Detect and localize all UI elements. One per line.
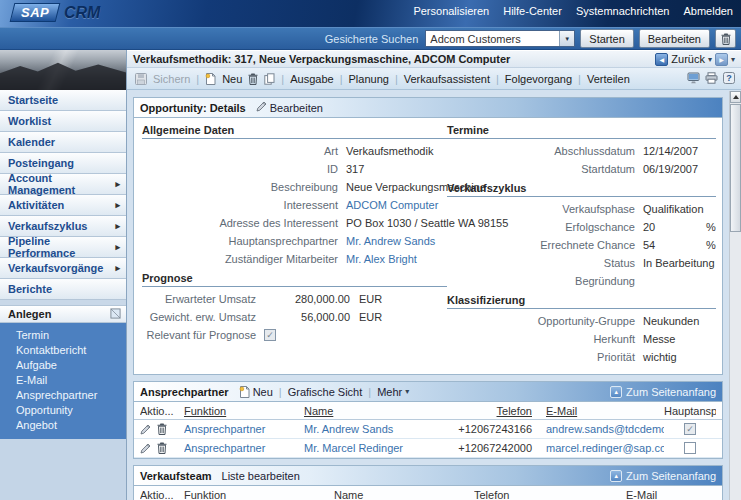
cell-name[interactable]: Mr. Andrew Sands	[304, 423, 454, 435]
toolbar-item-verkaufsassistent[interactable]: Verkaufsassistent	[404, 73, 490, 85]
create-link-angebot[interactable]: Angebot	[16, 419, 126, 431]
field-label: Erwarteter Umsatz	[142, 293, 264, 305]
top-link-abmelden[interactable]: Abmelden	[683, 5, 733, 17]
create-link-ansprechpartner[interactable]: Ansprechpartner	[16, 389, 126, 401]
column-header-telefon[interactable]: Telefon	[454, 405, 538, 417]
start-search-button[interactable]: Starten	[580, 29, 633, 48]
display-icon[interactable]	[687, 72, 700, 84]
sidebar-item-verkaufszyklus[interactable]: Verkaufszyklus▸	[0, 216, 126, 237]
forward-history-caret-icon[interactable]: ▾	[731, 55, 735, 64]
scrollbar-thumb[interactable]	[730, 104, 741, 232]
sidebar-item-kalender[interactable]: Kalender	[0, 132, 126, 153]
column-header-name[interactable]: Name	[304, 405, 454, 417]
create-section-title: Anlegen	[8, 308, 51, 320]
sidebar-photo	[0, 50, 126, 90]
panel-action-neu[interactable]: Neu	[239, 386, 273, 398]
sidebar-item-label: Posteingang	[8, 157, 74, 169]
panel-action-liste-bearbeiten[interactable]: Liste bearbeiten	[222, 470, 300, 482]
delete-search-button[interactable]	[715, 29, 736, 48]
sidebar-item-aktivitaten[interactable]: Aktivitäten▸	[0, 195, 126, 216]
field-value: In Bearbeitung	[643, 257, 715, 269]
back-icon[interactable]: ◀	[655, 53, 668, 66]
sidebar: StartseiteWorklistKalenderPosteingangAcc…	[0, 50, 127, 500]
toolbar-new-button[interactable]: Neu	[222, 73, 242, 85]
copy-icon[interactable]	[264, 73, 275, 85]
sidebar-item-berichte[interactable]: Berichte	[0, 279, 126, 300]
field-value-link[interactable]: Mr. Alex Bright	[346, 253, 417, 265]
scroll-up-button[interactable]	[730, 91, 741, 103]
cell-funktion[interactable]: Ansprechpartner	[184, 442, 304, 454]
create-link-termin[interactable]: Termin	[16, 329, 126, 341]
trash-icon[interactable]	[157, 423, 167, 435]
sidebar-item-verkaufsvorgange[interactable]: Verkaufsvorgänge▸	[0, 258, 126, 279]
edit-search-button[interactable]: Bearbeiten	[639, 29, 710, 48]
top-link-personalisieren[interactable]: Personalisieren	[413, 5, 489, 17]
trash-icon[interactable]	[157, 442, 167, 454]
field-label: Erfolgschance	[447, 221, 643, 233]
create-link-opportunity[interactable]: Opportunity	[16, 404, 126, 416]
panel-action-mehr[interactable]: Mehr▾	[377, 386, 409, 398]
sidebar-item-label: Berichte	[8, 283, 52, 295]
column-header-name[interactable]: Name	[334, 489, 474, 500]
create-link-e-mail[interactable]: E-Mail	[16, 374, 126, 386]
help-icon[interactable]: ?	[723, 72, 735, 84]
field-value-link[interactable]: ADCOM Computer	[346, 199, 438, 211]
top-link-systemnachrichten[interactable]: Systemnachrichten	[576, 5, 670, 17]
toolbar-item-folgevorgang[interactable]: Folgevorgang	[505, 73, 572, 85]
back-button[interactable]: Zurück	[671, 53, 705, 65]
details-body: Allgemeine DatenArtVerkaufsmethodikID317…	[134, 118, 722, 374]
back-history-caret-icon[interactable]: ▾	[708, 55, 712, 64]
panel-action-grafische-sicht[interactable]: Grafische Sicht	[288, 386, 363, 398]
team-page-top-link[interactable]: Zum Seitenanfang	[626, 470, 716, 482]
field-value-link[interactable]: Mr. Andrew Sands	[346, 235, 435, 247]
field-hauptansprechpartner: HauptansprechpartnerMr. Andrew Sands	[142, 232, 447, 250]
field-value: 280,000.00	[264, 293, 350, 305]
toolbar-item-verteilen[interactable]: Verteilen	[587, 73, 630, 85]
cell-email[interactable]: marcel.redinger@sap.co...	[538, 442, 664, 454]
field-label: Beschreibung	[142, 181, 346, 193]
column-header-funktion[interactable]: Funktion	[184, 405, 304, 417]
cell-name[interactable]: Mr. Marcel Redinger	[304, 442, 454, 454]
chevron-down-icon[interactable]: ▼	[559, 31, 574, 46]
sidebar-item-account-management[interactable]: Account Management▸	[0, 174, 126, 195]
cell-email[interactable]: andrew.sands@tdcdemo...	[538, 423, 664, 435]
field-value: Neukunden	[643, 315, 699, 327]
checkbox[interactable]: ✓	[264, 329, 276, 341]
sidebar-item-worklist[interactable]: Worklist	[0, 111, 126, 132]
create-link-aufgabe[interactable]: Aufgabe	[16, 359, 126, 371]
edit-details-button[interactable]: Bearbeiten	[256, 101, 323, 114]
toolbar-save-button[interactable]: Sichern	[153, 73, 190, 85]
sap-logo: SAP	[10, 3, 61, 22]
create-link-kontaktbericht[interactable]: Kontaktbericht	[16, 344, 126, 356]
contacts-page-top-link[interactable]: Zum Seitenanfang	[626, 386, 716, 398]
cell-funktion[interactable]: Ansprechpartner	[184, 423, 304, 435]
top-link-hilfe-center[interactable]: Hilfe-Center	[503, 5, 562, 17]
pencil-icon[interactable]	[140, 443, 151, 454]
column-header-e-mail[interactable]: E-Mail	[538, 405, 664, 417]
toolbar-item-ausgabe[interactable]: Ausgabe	[290, 73, 333, 85]
sidebar-item-posteingang[interactable]: Posteingang	[0, 153, 126, 174]
section-prognose: PrognoseErwarteter Umsatz280,000.00EURGe…	[142, 272, 447, 344]
cell-haupt: ✓	[664, 423, 716, 435]
sidebar-item-startseite[interactable]: Startseite	[0, 90, 126, 111]
sidebar-item-pipeline-performance[interactable]: Pipeline Performance▸	[0, 237, 126, 258]
printer-icon[interactable]	[705, 72, 718, 84]
trash-icon[interactable]	[248, 73, 258, 85]
sidebar-item-label: Pipeline Performance	[8, 235, 115, 259]
chevron-right-icon: ▸	[115, 242, 120, 252]
field-herkunft: HerkunftMesse	[447, 330, 716, 348]
toolbar-item-planung[interactable]: Planung	[349, 73, 389, 85]
column-header-funktion[interactable]: Funktion	[184, 489, 334, 500]
field-startdatum: Startdatum06/19/2007	[447, 160, 716, 178]
field-value: 12/14/2007	[643, 145, 698, 157]
vertical-scrollbar[interactable]	[729, 91, 741, 500]
saved-search-select[interactable]: Adcom Customers ▼	[425, 30, 575, 47]
pencil-icon[interactable]	[140, 424, 151, 435]
saved-search-value: Adcom Customers	[430, 33, 520, 45]
checkbox[interactable]	[684, 442, 696, 454]
details-left: Allgemeine DatenArtVerkaufsmethodikID317…	[142, 120, 447, 366]
forward-icon[interactable]: ▶	[715, 53, 728, 66]
team-actions: Liste bearbeiten	[222, 470, 300, 482]
checkbox[interactable]: ✓	[684, 423, 696, 435]
field-suffix: EUR	[359, 293, 382, 305]
